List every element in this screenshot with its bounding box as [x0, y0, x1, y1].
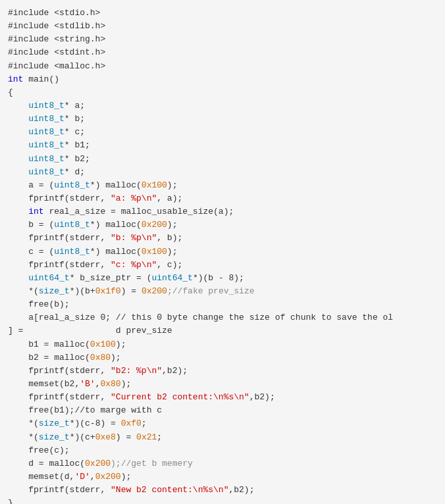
code-token: 0x200	[95, 470, 121, 484]
code-token: }	[8, 497, 13, 504]
code-line: free(b);	[0, 298, 445, 311]
code-token: 0x1f0	[95, 285, 121, 298]
code-token: fprintf(stderr,	[8, 391, 111, 404]
code-token	[8, 139, 28, 152]
code-line: #include <stdlib.h>	[0, 20, 445, 33]
code-token: "Current b2 content:\n%s\n"	[111, 391, 249, 404]
code-token: *)(c-8) =	[70, 417, 121, 430]
code-token: );	[116, 338, 126, 351]
code-token: 0xf0	[121, 417, 142, 430]
code-line: fprintf(stderr, "a: %p\n", a);	[0, 192, 445, 205]
code-line: a = (uint8_t*) malloc(0x100);	[0, 179, 445, 192]
code-token: 0x200	[142, 285, 167, 298]
code-token: 0; // this 0 byte change the size of chu…	[95, 311, 393, 324]
code-line: *(size_t*)(b+0x1f0) = 0x200;//fake prev_…	[0, 285, 445, 298]
code-line: uint8_t* b2;	[0, 153, 445, 166]
code-line: int main()	[0, 73, 445, 86]
code-token: fprintf(stderr,	[8, 259, 111, 272]
code-token: );	[167, 245, 178, 259]
code-token: 'B'	[80, 378, 95, 391]
code-token: {	[8, 86, 13, 99]
code-token: * b;	[65, 113, 85, 126]
code-token: *(	[8, 417, 39, 430]
code-token: free(c);	[8, 444, 70, 457]
code-token: ,b2);	[228, 484, 254, 497]
code-token: uint8_t	[28, 139, 65, 152]
code-token: ,	[90, 470, 95, 484]
code-token: #include <stdint.h>	[8, 46, 105, 59]
code-token: 0x80	[100, 378, 120, 391]
code-line: memset(d,'D',0x200);	[0, 470, 445, 484]
code-line: d = malloc(0x200);//get b memery	[0, 457, 445, 470]
code-line: #include <string.h>	[0, 33, 445, 46]
code-token: *)(b+	[70, 285, 95, 298]
code-token: d = malloc(	[8, 457, 85, 470]
code-line: free(c);	[0, 444, 445, 457]
code-line: #include <malloc.h>	[0, 60, 445, 73]
code-line: uint8_t* b;	[0, 113, 445, 126]
code-token: memset(d,	[8, 470, 74, 484]
code-line: memset(b2,'B',0x80);	[0, 378, 445, 391]
code-token: size_t	[39, 431, 70, 444]
code-token: 0x80	[90, 351, 111, 365]
code-line: {	[0, 86, 445, 99]
code-line: c = (uint8_t*) malloc(0x100);	[0, 245, 445, 259]
code-token: );	[167, 218, 178, 232]
code-token: *) malloc(	[90, 218, 142, 232]
code-token: uint8_t	[54, 179, 90, 192]
code-token: b = (	[8, 218, 54, 232]
code-token: ] = d prev_size	[8, 324, 172, 338]
code-token: fprintf(stderr,	[8, 232, 111, 245]
code-line: *(size_t*)(c-8) = 0xf0;	[0, 417, 445, 430]
code-token: *)(b - 8);	[193, 272, 244, 285]
code-token: size_t	[39, 417, 70, 430]
code-token: #include <stdio.h>	[8, 7, 100, 20]
code-token: * a;	[65, 99, 85, 113]
code-token: #include <stdlib.h>	[8, 20, 105, 33]
code-token: uint8_t	[28, 153, 65, 166]
code-token: 0x21	[136, 431, 157, 444]
code-token: 0x100	[90, 338, 116, 351]
code-token: * d;	[65, 166, 85, 179]
code-token: 0xe8	[95, 431, 116, 444]
code-token: uint8_t	[28, 99, 65, 113]
code-token: 'D'	[74, 470, 90, 484]
code-editor: #include <stdio.h>#include <stdlib.h>#in…	[0, 0, 445, 504]
code-token: "New b2 content:\n%s\n"	[111, 484, 228, 497]
code-token: uint8_t	[54, 245, 90, 259]
code-token: "c: %p\n"	[111, 259, 157, 272]
code-token: *(	[8, 431, 39, 444]
code-line: *(size_t*)(c+0xe8) = 0x21;	[0, 431, 445, 444]
code-token	[8, 99, 28, 113]
code-token: "b2: %p\n"	[111, 365, 162, 378]
code-line: fprintf(stderr, "Current b2 content:\n%s…	[0, 391, 445, 404]
code-token: , b);	[157, 232, 182, 245]
code-token: b1 = malloc(	[8, 338, 90, 351]
code-token: * c;	[65, 126, 85, 139]
code-token: ;	[157, 431, 162, 444]
code-line: uint8_t* a;	[0, 99, 445, 113]
code-token: );//get b memery	[111, 457, 193, 470]
code-line: b2 = malloc(0x80);	[0, 351, 445, 365]
code-token: uint8_t	[54, 218, 90, 232]
code-token: ;	[142, 417, 147, 430]
code-token: main()	[23, 73, 59, 86]
code-token: uint8_t	[28, 113, 65, 126]
code-line: free(b1);//to marge with c	[0, 404, 445, 417]
code-token: size_t	[39, 285, 70, 298]
code-token: int	[28, 205, 43, 218]
code-line: int real_a_size = malloc_usable_size(a);	[0, 205, 445, 218]
code-token: #include <malloc.h>	[8, 60, 105, 73]
code-token	[8, 166, 28, 179]
code-token: );	[167, 179, 178, 192]
code-token: b2 = malloc(	[8, 351, 90, 365]
code-token	[8, 153, 28, 166]
code-token: a[real_a_size	[8, 311, 95, 324]
code-token: * b_size_ptr = (	[70, 272, 152, 285]
code-token	[8, 126, 28, 139]
code-token: * b2;	[65, 153, 90, 166]
code-token: ;//fake prev_size	[167, 285, 255, 298]
code-token	[8, 205, 28, 218]
code-token: ) =	[121, 285, 142, 298]
code-line: #include <stdint.h>	[0, 46, 445, 59]
